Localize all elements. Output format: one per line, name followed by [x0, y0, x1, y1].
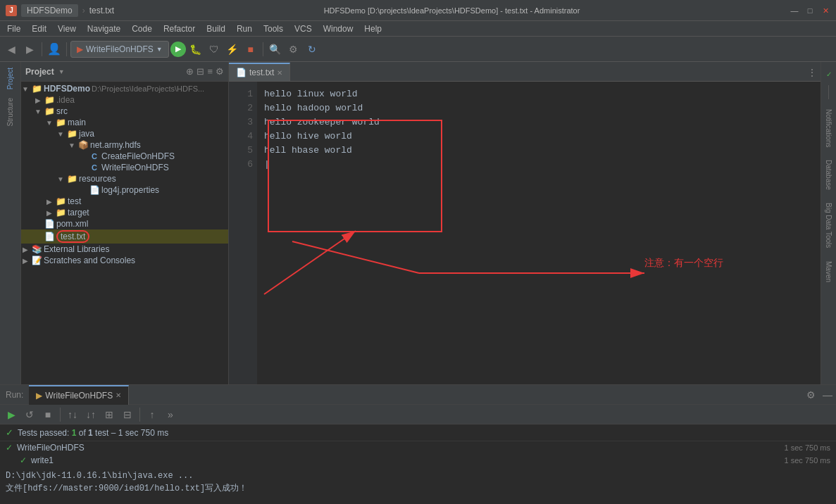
- menu-window[interactable]: Window: [318, 21, 359, 37]
- profile-button[interactable]: ⚡: [224, 41, 241, 58]
- bottom-tab-close[interactable]: ✕: [116, 391, 121, 399]
- settings-button[interactable]: ⚙: [285, 41, 302, 58]
- expand-button[interactable]: ⊞: [101, 406, 118, 423]
- search-button[interactable]: 🔍: [267, 41, 284, 58]
- bottom-tab-run[interactable]: ▶ WriteFileOnHDFS ✕: [29, 385, 129, 405]
- tree-label: resources: [79, 174, 116, 184]
- run-list-item-write[interactable]: ✓ write1 1 sec 750 ms: [0, 454, 836, 467]
- collapse-all-icon[interactable]: ⊟: [196, 66, 204, 77]
- run-icon: ▶: [77, 44, 83, 54]
- project-name-tab[interactable]: HDFSDemo: [21, 4, 78, 17]
- menu-build[interactable]: Build: [201, 21, 231, 37]
- arrow-icon: ▼: [45, 119, 54, 127]
- maximize-button[interactable]: □: [805, 6, 815, 15]
- tree-item-idea[interactable]: ▶ 📁 .idea: [21, 94, 228, 106]
- update-button[interactable]: ↻: [304, 41, 320, 58]
- tree-item-external-libraries[interactable]: ▶ 📚 External Libraries: [21, 244, 228, 255]
- tree-item-src[interactable]: ▼ 📁 src: [21, 106, 228, 117]
- more-button[interactable]: »: [162, 406, 179, 423]
- bottom-settings-icon[interactable]: ⚙: [802, 386, 819, 403]
- bigdata-label[interactable]: Big Data Tools: [823, 200, 834, 251]
- menu-run[interactable]: Run: [231, 21, 258, 37]
- menu-tools[interactable]: Tools: [258, 21, 289, 37]
- minimize-button[interactable]: —: [790, 6, 799, 15]
- tree-item-log4j[interactable]: ▶ 📄 log4j.properties: [21, 184, 228, 196]
- coverage-button[interactable]: 🛡: [206, 41, 223, 58]
- tree-item-test[interactable]: ▶ 📁 test: [21, 196, 228, 207]
- file-name-tab[interactable]: test.txt: [89, 6, 114, 15]
- sort-asc-button[interactable]: ↑↓: [64, 406, 81, 423]
- collapse-button[interactable]: ⊟: [119, 406, 136, 423]
- database-label[interactable]: Database: [823, 157, 834, 193]
- user-icon[interactable]: 👤: [46, 41, 63, 58]
- structure-sidebar-icon[interactable]: Structure: [5, 95, 15, 130]
- output-area: D:\jdk\jdk-11.0.16.1\bin\java.exe ... 文件…: [0, 467, 836, 498]
- tree-item-target[interactable]: ▶ 📁 target: [21, 207, 228, 218]
- tree-item-resources[interactable]: ▼ 📁 resources: [21, 173, 228, 184]
- menu-navigate[interactable]: Navigate: [82, 21, 126, 37]
- arrow-icon: ▶: [45, 209, 54, 217]
- run-button[interactable]: ▶: [170, 42, 186, 57]
- folder-icon: 📁: [44, 95, 55, 105]
- code-line-1: hello linux world: [264, 87, 821, 101]
- project-sidebar-icon[interactable]: Project: [5, 65, 15, 92]
- debug-button[interactable]: 🐛: [187, 41, 204, 58]
- forward-button[interactable]: ▶: [21, 41, 38, 58]
- maven-label[interactable]: Maven: [823, 258, 834, 285]
- project-icon: 📁: [31, 84, 42, 94]
- editor-tab-test-txt[interactable]: 📄 test.txt ✕: [229, 63, 290, 81]
- menu-refactor[interactable]: Refactor: [158, 21, 201, 37]
- tree-item-main[interactable]: ▼ 📁 main: [21, 117, 228, 128]
- arrow-icon: ▶: [45, 198, 54, 206]
- file-icon: 📄: [236, 68, 247, 77]
- tree-label: src: [56, 106, 68, 116]
- menu-code[interactable]: Code: [126, 21, 158, 37]
- editor-settings-icon[interactable]: ⋮: [804, 64, 821, 81]
- menu-vcs[interactable]: VCS: [289, 21, 318, 37]
- rerun-button[interactable]: ↺: [21, 406, 38, 423]
- tree-item-pom[interactable]: ▶ 📄 pom.xml: [21, 218, 228, 229]
- scroll-up-button[interactable]: ↑: [144, 406, 161, 423]
- run-config-name: WriteFileOnHDFS: [86, 44, 154, 54]
- tree-label: log4j.properties: [101, 185, 159, 195]
- tree-item-package[interactable]: ▼ 📦 net.army.hdfs: [21, 139, 228, 151]
- left-sidebar: Project Structure: [0, 62, 21, 384]
- code-area[interactable]: hello linux world hello hadoop world hel…: [257, 82, 821, 384]
- tree-item-scratches[interactable]: ▶ 📝 Scratches and Consoles: [21, 255, 228, 266]
- tree-item-write-file[interactable]: ▶ C WriteFileOnHDFS: [21, 162, 228, 173]
- tree-label: Scratches and Consoles: [44, 256, 135, 265]
- tree-item-test-txt[interactable]: ▶ 📄 test.txt: [21, 229, 228, 244]
- editor-area[interactable]: 📄 test.txt ✕ ⋮ 1 2 3 4 5 6 hello l: [229, 62, 821, 384]
- menu-edit[interactable]: Edit: [26, 21, 52, 37]
- tree-item-create-file[interactable]: ▶ C CreateFileOnHDFS: [21, 151, 228, 162]
- settings-icon[interactable]: ⚙: [216, 66, 224, 77]
- arrow-icon: ▼: [68, 141, 76, 149]
- menu-view[interactable]: View: [52, 21, 82, 37]
- content-area: Project Structure Project ▼ ⊕ ⊟ ≡ ⚙ ▼ 📁 …: [0, 62, 836, 384]
- tree-item-java[interactable]: ▼ 📁 java: [21, 128, 228, 139]
- tree-item-root[interactable]: ▼ 📁 HDFSDemo D:\Projects\IdeaProjects\HD…: [21, 83, 228, 94]
- run-list-item-main[interactable]: ✓ WriteFileOnHDFS 1 sec 750 ms: [0, 441, 836, 454]
- bottom-minimize-icon[interactable]: —: [819, 386, 836, 403]
- java-class-icon: C: [89, 152, 100, 160]
- code-line-6: [264, 158, 821, 172]
- expand-all-icon[interactable]: ≡: [207, 66, 213, 77]
- tree-label: External Libraries: [44, 244, 109, 254]
- run-again-button[interactable]: ▶: [3, 406, 20, 423]
- menu-file[interactable]: File: [1, 21, 26, 37]
- close-button[interactable]: ✕: [821, 6, 830, 15]
- notifications-icon[interactable]: ✓: [826, 70, 832, 78]
- close-tab-button[interactable]: ✕: [277, 69, 282, 77]
- notifications-label[interactable]: Notifications: [823, 106, 834, 150]
- run-config-selector[interactable]: ▶ WriteFileOnHDFS ▼: [70, 41, 169, 58]
- stop-button[interactable]: ■: [242, 41, 259, 58]
- project-tree: ▼ 📁 HDFSDemo D:\Projects\IdeaProjects\HD…: [21, 82, 228, 384]
- sort-desc-button[interactable]: ↓↑: [82, 406, 99, 423]
- stop-run-button[interactable]: ■: [39, 406, 56, 423]
- run-list: ✓ WriteFileOnHDFS 1 sec 750 ms ✓ write1 …: [0, 441, 836, 467]
- menu-help[interactable]: Help: [358, 21, 387, 37]
- project-panel-title: Project: [25, 67, 54, 77]
- scratches-icon: 📝: [31, 256, 42, 265]
- add-icon[interactable]: ⊕: [186, 66, 194, 77]
- back-button[interactable]: ◀: [3, 41, 20, 58]
